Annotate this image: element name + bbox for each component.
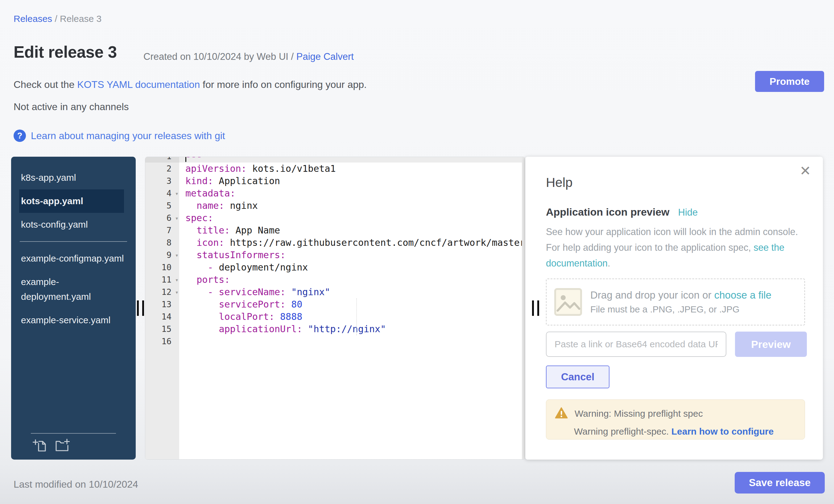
- code-line-1: 1---: [145, 157, 525, 162]
- yaml-editor[interactable]: 1---2apiVersion: kots.io/v1beta13kind: A…: [145, 157, 525, 460]
- breadcrumb: Releases / Release 3: [14, 14, 102, 24]
- sidebar-actions: [33, 439, 70, 454]
- file-list-divider: [20, 241, 127, 242]
- code-line-10: 10 - deployment/nginx: [145, 261, 525, 273]
- warning-icon: [555, 407, 568, 420]
- file-list-top: k8s-app.yamlkots-app.yamlkots-config.yam…: [11, 157, 136, 236]
- icon-preview-description: See how your application icon will look …: [546, 224, 808, 271]
- docs-note-prefix: Check out the: [14, 79, 77, 90]
- code-line-7: 7 title: App Name: [145, 224, 525, 237]
- code-line-15: 15 applicationUrl: "http://nginx": [145, 323, 525, 335]
- save-release-button[interactable]: Save release: [735, 472, 825, 494]
- file-tree-sidebar: k8s-app.yamlkots-app.yamlkots-config.yam…: [11, 157, 136, 460]
- indent-guide: [356, 298, 357, 335]
- breadcrumb-current: Release 3: [60, 14, 102, 24]
- code-line-3: 3kind: Application: [145, 175, 525, 187]
- code-line-5: 5 name: nginx: [145, 200, 525, 212]
- git-help-label: Learn about managing your releases with …: [31, 130, 225, 141]
- dropzone-line1-text: Drag and drop your icon or: [590, 289, 714, 301]
- fold-toggle-icon[interactable]: ▾: [175, 249, 179, 261]
- warning-detail: Warning preflight-spec. Learn how to con…: [574, 426, 796, 437]
- pane-resize-handle-right[interactable]: [532, 301, 539, 316]
- channel-status: Not active in any channels: [14, 101, 129, 113]
- code-line-9: 9▾ statusInformers:: [145, 249, 525, 261]
- git-help-link[interactable]: ? Learn about managing your releases wit…: [14, 130, 225, 142]
- editor-scrollbar[interactable]: [522, 157, 525, 459]
- sidebar-bottom-divider: [31, 433, 116, 434]
- help-title: Help: [546, 175, 572, 190]
- created-by-link[interactable]: Paige Calvert: [297, 51, 354, 62]
- new-folder-icon[interactable]: [55, 439, 70, 454]
- code-line-8: 8 icon: https://raw.githubusercontent.co…: [145, 237, 525, 249]
- dropzone-text: Drag and drop your icon or choose a file…: [590, 289, 771, 314]
- dropzone-file-types: File must be a .PNG, .JPEG, or .JPG: [590, 304, 771, 314]
- kots-yaml-docs-link[interactable]: KOTS YAML documentation: [77, 79, 200, 90]
- docs-note-suffix: for more info on configuring your app.: [200, 79, 367, 90]
- warning-title: Warning: Missing preflight spec: [575, 409, 703, 419]
- code-line-13: 13 servicePort: 80: [145, 298, 525, 311]
- icon-dropzone[interactable]: Drag and drop your icon or choose a file…: [546, 279, 805, 325]
- breadcrumb-separator: /: [54, 14, 60, 24]
- code-line-12: 12▾ - serviceName: "nginx": [145, 286, 525, 298]
- code-line-14: 14 localPort: 8888: [145, 311, 525, 323]
- code-line-6: 6▾spec:: [145, 212, 525, 224]
- preview-button[interactable]: Preview: [735, 332, 807, 357]
- fold-toggle-icon[interactable]: ▾: [175, 273, 179, 286]
- file-item-kots-app.yaml[interactable]: kots-app.yaml: [19, 190, 124, 213]
- hide-link[interactable]: Hide: [678, 207, 698, 218]
- icon-url-input[interactable]: [546, 332, 726, 357]
- close-icon[interactable]: ✕: [798, 163, 812, 178]
- promote-button[interactable]: Promote: [755, 71, 824, 92]
- fold-toggle-icon[interactable]: ▾: [175, 212, 179, 224]
- docs-note: Check out the KOTS YAML documentation fo…: [14, 79, 367, 90]
- release-created-meta: Created on 10/10/2024 by Web UI / Paige …: [144, 51, 354, 62]
- last-modified: Last modified on 10/10/2024: [14, 479, 138, 490]
- page-title: Edit release 3: [14, 43, 117, 61]
- cancel-button[interactable]: Cancel: [546, 366, 610, 388]
- code-line-4: 4▾metadata:: [145, 187, 525, 200]
- warning-detail-text: Warning preflight-spec.: [574, 426, 672, 436]
- file-item-k8s-app.yaml[interactable]: k8s-app.yaml: [19, 166, 124, 190]
- pane-resize-handle-left[interactable]: [137, 301, 144, 316]
- fold-toggle-icon[interactable]: ▾: [175, 187, 179, 200]
- description-period: .: [608, 258, 610, 268]
- file-item-example-configmap.yaml[interactable]: example-configmap.yaml: [19, 247, 124, 270]
- new-file-icon[interactable]: [33, 439, 47, 454]
- file-list-bottom: example-configmap.yamlexample-deployment…: [11, 247, 136, 332]
- edit-release-page: Releases / Release 3 Edit release 3 Crea…: [0, 0, 834, 504]
- learn-how-to-configure-link[interactable]: Learn how to configure: [672, 426, 774, 436]
- section-title: Application icon preview: [546, 206, 670, 218]
- image-placeholder-icon: [554, 288, 582, 316]
- question-icon: ?: [14, 130, 26, 142]
- file-item-kots-config.yaml[interactable]: kots-config.yaml: [19, 213, 124, 236]
- editor-lines: 1---2apiVersion: kots.io/v1beta13kind: A…: [145, 157, 525, 348]
- fold-toggle-icon[interactable]: ▾: [175, 286, 179, 298]
- file-item-example-service.yaml[interactable]: example-service.yaml: [19, 308, 124, 332]
- icon-preview-section-header: Application icon preview Hide: [546, 206, 698, 218]
- help-panel: ✕ Help Application icon preview Hide See…: [525, 157, 823, 460]
- preflight-warning: Warning: Missing preflight spec Warning …: [546, 399, 805, 440]
- breadcrumb-releases-link[interactable]: Releases: [14, 14, 52, 24]
- icon-url-row: Preview: [546, 332, 807, 357]
- file-item-example-deployment.yaml[interactable]: example-deployment.yaml: [19, 270, 124, 308]
- choose-a-file-link[interactable]: choose a file: [714, 289, 771, 301]
- code-line-11: 11▾ ports:: [145, 273, 525, 286]
- created-text: Created on 10/10/2024 by Web UI /: [144, 51, 297, 62]
- code-line-16: 16: [145, 335, 525, 348]
- code-line-2: 2apiVersion: kots.io/v1beta1: [145, 162, 525, 175]
